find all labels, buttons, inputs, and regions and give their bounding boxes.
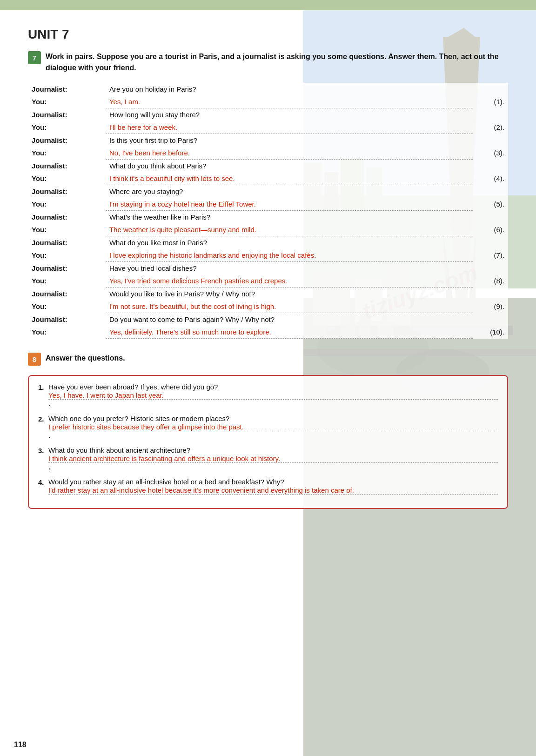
speaker-you-5: You: <box>28 198 106 211</box>
table-row: You: I'm staying in a cozy hotel near th… <box>28 198 508 211</box>
journalist-text-4: What do you think about Paris? <box>106 160 508 173</box>
table-row: You: Yes, definitely. There's still so m… <box>28 326 508 339</box>
journalist-text-8: Have you tried local dishes? <box>106 262 508 275</box>
number-3: (3). <box>473 147 508 160</box>
speaker-journalist-4: Journalist: <box>28 160 106 173</box>
table-row: You: I think it's a beautiful city with … <box>28 172 508 185</box>
answer-4: I think it's a beautiful city with lots … <box>106 172 473 185</box>
number-7: (7). <box>473 249 508 262</box>
answer-5: I'm staying in a cozy hotel near the Eif… <box>106 198 473 211</box>
answer-10: Yes, definitely. There's still so much m… <box>106 326 473 339</box>
exercise7-badge: 7 <box>28 51 41 64</box>
q2-dot: . <box>48 431 50 439</box>
q3-content: What do you think about ancient architec… <box>48 446 498 471</box>
speaker-you-8: You: <box>28 274 106 288</box>
speaker-you-4: You: <box>28 172 106 185</box>
question-1-row: 1. Have you ever been abroad? If yes, wh… <box>38 383 498 408</box>
speaker-journalist-8: Journalist: <box>28 262 106 275</box>
q1-answer: Yes, I have. I went to Japan last year. <box>48 391 498 400</box>
table-row: Journalist: Is this your first trip to P… <box>28 134 508 147</box>
dialogue-table: Journalist: Are you on holiday in Paris?… <box>28 83 508 339</box>
speaker-journalist-7: Journalist: <box>28 236 106 249</box>
journalist-text-3: Is this your first trip to Paris? <box>106 134 508 147</box>
speaker-journalist-2: Journalist: <box>28 108 106 121</box>
number-2: (2). <box>473 121 508 134</box>
q4-content: Would you rather stay at an all-inclusiv… <box>48 478 498 495</box>
page-container: UNIT 7 7 Work in pairs. Suppose you are … <box>0 0 536 528</box>
speaker-journalist-1: Journalist: <box>28 83 106 95</box>
answer-7: I love exploring the historic landmarks … <box>106 249 473 262</box>
number-9: (9). <box>473 300 508 313</box>
speaker-journalist-6: Journalist: <box>28 211 106 224</box>
page-number: 118 <box>14 741 27 749</box>
speaker-you-9: You: <box>28 300 106 313</box>
question-1-item: 1. Have you ever been abroad? If yes, wh… <box>38 383 498 408</box>
answer-2: I'll be here for a week. <box>106 121 473 134</box>
q1-question: Have you ever been abroad? If yes, where… <box>48 383 218 391</box>
q3-dot: . <box>48 463 50 471</box>
q2-question: Which one do you prefer? Historic sites … <box>48 415 229 422</box>
q3-answer: I think ancient architecture is fascinat… <box>48 455 498 463</box>
answer-9: I'm not sure. It's beautiful, but the co… <box>106 300 473 313</box>
journalist-text-5: Where are you staying? <box>106 185 508 198</box>
table-row: You: I love exploring the historic landm… <box>28 249 508 262</box>
table-row: You: Yes, I am. (1). <box>28 95 508 108</box>
table-row: You: I'll be here for a week. (2). <box>28 121 508 134</box>
answer-1: Yes, I am. <box>106 95 473 108</box>
answer-3: No, I've been here before. <box>106 147 473 160</box>
q1-number: 1. <box>38 383 48 391</box>
table-row: Journalist: What do you think about Pari… <box>28 160 508 173</box>
journalist-text-1: Are you on holiday in Paris? <box>106 83 508 95</box>
number-5: (5). <box>473 198 508 211</box>
number-1: (1). <box>473 95 508 108</box>
question-3-item: 3. What do you think about ancient archi… <box>38 446 498 471</box>
table-row: You: I'm not sure. It's beautiful, but t… <box>28 300 508 313</box>
unit-title: UNIT 7 <box>28 27 508 42</box>
number-10: (10). <box>473 326 508 339</box>
journalist-text-9: Would you like to live in Paris? Why / W… <box>106 288 508 301</box>
speaker-journalist-5: Journalist: <box>28 185 106 198</box>
journalist-text-2: How long will you stay there? <box>106 108 508 121</box>
q2-content: Which one do you prefer? Historic sites … <box>48 415 498 440</box>
question-3-row: 3. What do you think about ancient archi… <box>38 446 498 471</box>
table-row: Journalist: Do you want to come to Paris… <box>28 313 508 326</box>
table-row: You: The weather is quite pleasant—sunny… <box>28 223 508 236</box>
q1-dot: . <box>48 400 50 408</box>
journalist-text-7: What do you like most in Paris? <box>106 236 508 249</box>
table-row: You: No, I've been here before. (3). <box>28 147 508 160</box>
table-row: Journalist: Are you on holiday in Paris? <box>28 83 508 95</box>
number-6: (6). <box>473 223 508 236</box>
answer-6: The weather is quite pleasant—sunny and … <box>106 223 473 236</box>
table-row: You: Yes, I've tried some delicious Fren… <box>28 274 508 288</box>
exercise8-box: 1. Have you ever been abroad? If yes, wh… <box>28 375 508 509</box>
table-row: Journalist: What do you like most in Par… <box>28 236 508 249</box>
table-row: Journalist: What's the weather like in P… <box>28 211 508 224</box>
question-2-row: 2. Which one do you prefer? Historic sit… <box>38 415 498 440</box>
journalist-text-6: What's the weather like in Paris? <box>106 211 508 224</box>
table-row: Journalist: Where are you staying? <box>28 185 508 198</box>
q3-question: What do you think about ancient architec… <box>48 446 190 454</box>
exercise7-instruction: Work in pairs. Suppose you are a tourist… <box>46 51 508 74</box>
journalist-text-10: Do you want to come to Paris again? Why … <box>106 313 508 326</box>
speaker-you-1: You: <box>28 95 106 108</box>
q2-answer: I prefer historic sites because they off… <box>48 423 498 431</box>
table-row: Journalist: Have you tried local dishes? <box>28 262 508 275</box>
speaker-journalist-3: Journalist: <box>28 134 106 147</box>
answer-8: Yes, I've tried some delicious French pa… <box>106 274 473 288</box>
speaker-you-7: You: <box>28 249 106 262</box>
table-row: Journalist: How long will you stay there… <box>28 108 508 121</box>
speaker-you-6: You: <box>28 223 106 236</box>
header-bar <box>0 0 536 10</box>
speaker-journalist-9: Journalist: <box>28 288 106 301</box>
number-4: (4). <box>473 172 508 185</box>
q4-number: 4. <box>38 478 48 486</box>
q4-question: Would you rather stay at an all-inclusiv… <box>48 478 284 486</box>
speaker-you-2: You: <box>28 121 106 134</box>
speaker-you-10: You: <box>28 326 106 339</box>
exercise7-header: 7 Work in pairs. Suppose you are a touri… <box>28 51 508 74</box>
number-8: (8). <box>473 274 508 288</box>
q1-content: Have you ever been abroad? If yes, where… <box>48 383 498 408</box>
q3-number: 3. <box>38 446 48 455</box>
speaker-you-3: You: <box>28 147 106 160</box>
question-4-item: 4. Would you rather stay at an all-inclu… <box>38 478 498 495</box>
